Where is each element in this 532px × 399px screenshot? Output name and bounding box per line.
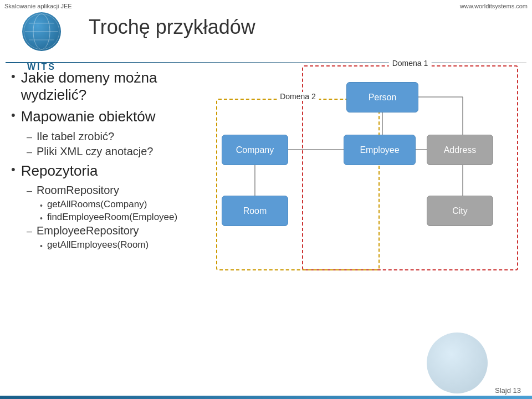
top-bar: Skalowanie aplikacji JEE www.worlditsyst… [0, 0, 532, 12]
sub-sub-dot-3-2-1: • [40, 242, 43, 250]
entity-person: Person [346, 82, 418, 112]
top-bar-right: www.worlditsystems.com [460, 3, 528, 9]
sub-text-2-1: Ile tabel zrobić? [37, 130, 114, 143]
domena2-box: Domena 2 [216, 99, 380, 270]
sub-sub-dot-3-1-1: • [40, 201, 43, 210]
bullet-dot-3: • [11, 163, 16, 176]
sub-sub-3-2-1: • getAllEmployees(Room) [40, 239, 211, 250]
entity-city: City [427, 196, 493, 226]
bullet-text-2: Mapowanie obiektów [21, 108, 156, 125]
slide-title: Trochę przykładów [89, 16, 255, 39]
content-left: • Jakie domeny możnawydzielić? • Mapowan… [11, 69, 211, 252]
sub-sub-text-3-1-1: getAllRooms(Company) [47, 199, 147, 210]
bullet-dot-2: • [11, 109, 16, 121]
footer-slide-number: Slajd 13 [495, 386, 521, 395]
sub-dash-2-2: – [27, 146, 32, 158]
entity-company: Company [222, 135, 288, 165]
bullet-text-1: Jakie domeny możnawydzielić? [21, 69, 157, 104]
sub-dash-3-2: – [27, 226, 32, 237]
entity-address: Address [427, 135, 493, 165]
sub-text-3-2: EmployeeRepository [37, 224, 139, 237]
sub-item-2-1: – Ile tabel zrobić? [27, 130, 211, 143]
sub-dash-2-1: – [27, 131, 32, 143]
bullet-3: • Repozytoria [11, 162, 211, 180]
sub-item-3-1: – RoomRepository [27, 184, 211, 197]
bullet-2-group: • Mapowanie obiektów – Ile tabel zrobić?… [11, 108, 211, 157]
sub-item-3-2: – EmployeeRepository [27, 224, 211, 237]
sub-text-3-1: RoomRepository [37, 184, 119, 197]
bullet-1: • Jakie domeny możnawydzielić? [11, 69, 211, 104]
domena2-label: Domena 2 [277, 92, 319, 101]
decorative-circle [427, 332, 488, 393]
sub-item-2-2: – Pliki XML czy anotacje? [27, 145, 211, 158]
bullet-dot-1: • [11, 70, 16, 83]
footer-bar [0, 396, 532, 399]
bullet-2: • Mapowanie obiektów [11, 108, 211, 125]
top-bar-left: Skalowanie aplikacji JEE [4, 3, 72, 9]
diagram-area: Domena 1 Domena 2 Person Company Employe… [216, 65, 524, 287]
sub-sub-text-3-2-1: getAllEmployees(Room) [47, 239, 149, 250]
logo-area: WITS [6, 12, 78, 62]
sub-sub-dot-3-1-2: • [40, 214, 43, 223]
bullet-3-group: • Repozytoria – RoomRepository • getAllR… [11, 162, 211, 250]
entity-room: Room [222, 196, 288, 226]
sub-dash-3-1: – [27, 185, 32, 197]
sub-sub-3-1-1: • getAllRooms(Company) [40, 199, 211, 210]
bullet-text-3: Repozytoria [21, 162, 98, 180]
logo-globe-icon [22, 12, 61, 51]
entity-employee: Employee [344, 135, 416, 165]
domena1-label: Domena 1 [389, 59, 432, 68]
sub-sub-text-3-1-2: findEmployeeRoom(Employee) [47, 212, 177, 223]
logo-circle [22, 12, 61, 51]
divider [6, 62, 526, 63]
sub-sub-3-1-2: • findEmployeeRoom(Employee) [40, 212, 211, 223]
sub-text-2-2: Pliki XML czy anotacje? [37, 145, 153, 158]
